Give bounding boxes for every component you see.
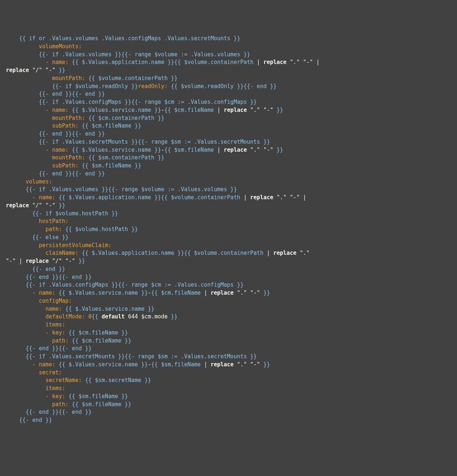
code-token: {{ xyxy=(92,313,102,320)
code-token: {{ $.Values.service.name }} xyxy=(55,361,148,368)
code-token: mountPath: xyxy=(52,75,85,82)
code-line: subPath: {{ $sm.fileName }} xyxy=(6,162,451,170)
code-token: {{ $.Values.application.name }}{{ $volum… xyxy=(69,59,257,65)
code-line: secret: xyxy=(6,369,451,377)
code-line: - name: {{ $.Values.service.name }}-{{ $… xyxy=(6,146,451,154)
code-token: replace xyxy=(6,202,32,209)
code-token: path: xyxy=(52,401,68,408)
code-line: {{- end }}{{- end }} xyxy=(6,90,451,98)
code-token: defaultMode: 0 xyxy=(45,313,91,320)
code-token: {{- if $volume.hostPath }} xyxy=(32,210,118,217)
code-token: "-" xyxy=(6,258,16,264)
code-token: replace xyxy=(250,194,276,201)
code-token: {{ if or .Values.volumes .Values.configM… xyxy=(19,35,240,42)
code-token xyxy=(6,59,45,65)
code-token xyxy=(6,369,39,376)
code-token xyxy=(6,226,45,233)
code-token: persistentVolumeClaim: xyxy=(39,242,112,249)
code-token: mountPath: xyxy=(52,154,85,161)
code-token xyxy=(6,274,26,280)
code-token: {{ $cm.fileName xyxy=(151,290,204,296)
code-token: | xyxy=(217,147,224,153)
code-token xyxy=(6,51,39,58)
code-token: {{- else }} xyxy=(32,234,68,241)
code-token: path: xyxy=(52,337,68,344)
code-line: {{- end }}{{- end }} xyxy=(6,170,451,178)
code-line: items: xyxy=(6,385,451,393)
code-token: }} xyxy=(260,361,270,368)
code-token: {{- end }}{{- end }} xyxy=(39,131,105,137)
code-line: hostPath: xyxy=(6,218,451,226)
code-token xyxy=(6,401,52,408)
code-token: "." "-" xyxy=(250,147,273,153)
code-token: {{- end }}{{- end }} xyxy=(39,170,105,177)
code-line: {{- if .Values.secretMounts }}{{- range … xyxy=(6,138,451,146)
code-token: {{- if .Values.configMaps }}{{- range $c… xyxy=(26,282,243,288)
code-token: {{ $cm.fileName xyxy=(165,107,218,113)
code-line: - name: {{ $.Values.application.name }}{… xyxy=(6,194,451,202)
code-token: {{- if .Values.configMaps }}{{- range $c… xyxy=(39,99,257,105)
code-token: default xyxy=(102,313,128,320)
code-token: replace xyxy=(263,59,290,65)
code-token: }} xyxy=(55,202,65,209)
code-token xyxy=(6,210,32,217)
code-line: {{- else }} xyxy=(6,234,451,242)
code-token: - name: xyxy=(32,194,55,201)
code-line: {{- end }} xyxy=(6,265,451,273)
code-token: {{- end }}{{- end }} xyxy=(26,274,92,280)
code-token: {{ $.Values.service.name }} xyxy=(69,107,161,113)
code-token: - key: xyxy=(45,329,65,336)
code-line: {{- if .Values.secretMounts }}{{- range … xyxy=(6,353,451,361)
code-token xyxy=(6,266,32,272)
code-token: "/" "-" xyxy=(52,258,75,264)
code-token: {{ $volume.hostPath }} xyxy=(62,226,138,233)
code-token xyxy=(6,290,32,296)
code-line: mountPath: {{ $cm.containerPath }} xyxy=(6,114,451,122)
code-token xyxy=(6,122,52,129)
code-token: }} xyxy=(260,290,270,296)
code-token: {{ $.Values.application.name }}{{ $volum… xyxy=(55,194,243,201)
code-token xyxy=(6,353,26,360)
code-token: configMap: xyxy=(39,298,72,304)
code-line: replace "/" "-" }} xyxy=(6,67,451,75)
code-block: {{ if or .Values.volumes .Values.configM… xyxy=(6,35,451,424)
code-line: {{- if .Values.volumes }}{{- range $volu… xyxy=(6,51,451,59)
code-token xyxy=(6,242,39,249)
code-token: - key: xyxy=(45,393,65,400)
code-token: {{ $sm.fileName }} xyxy=(69,401,132,408)
code-token xyxy=(6,385,45,392)
code-line: mountPath: {{ $sm.containerPath }} xyxy=(6,154,451,162)
code-token: subPath: xyxy=(52,162,78,169)
code-line: replace "/" "-" }} xyxy=(6,202,451,210)
code-token: subPath: xyxy=(52,122,78,129)
code-token xyxy=(6,298,39,304)
code-token: {{- if .Values.secretMounts }}{{- range … xyxy=(26,353,257,360)
code-token: {{- end }}{{- end }} xyxy=(26,345,92,352)
code-token: | xyxy=(204,361,211,368)
code-token xyxy=(6,115,52,121)
code-token: {{ $.Values.service.name }} xyxy=(69,147,161,153)
code-token xyxy=(6,313,45,320)
code-token: "." "-" xyxy=(237,361,260,368)
code-token: {{ $.Values.application.name }}{{ $volum… xyxy=(79,250,267,256)
code-token: | xyxy=(204,290,211,296)
code-token: replace xyxy=(273,250,300,256)
code-line: {{- end }}{{- end }} xyxy=(6,408,451,416)
code-token: {{- end }}{{- end }} xyxy=(39,91,105,97)
code-token: | xyxy=(217,107,224,113)
code-line: items: xyxy=(6,321,451,329)
code-line: persistentVolumeClaim: xyxy=(6,242,451,250)
code-token: }} xyxy=(273,107,283,113)
code-token xyxy=(6,147,45,153)
code-token: replace xyxy=(211,361,237,368)
code-token xyxy=(6,409,26,415)
code-token: | xyxy=(267,250,273,256)
code-line: configMap: xyxy=(6,297,451,305)
code-token: {{ $sm.fileName xyxy=(151,361,204,368)
code-token: {{ $volume.readOnly }}{{- end }} xyxy=(168,83,277,90)
code-token: {{ $sm.fileName }} xyxy=(79,162,141,169)
code-line: name: {{ $.Values.service.name }} xyxy=(6,305,451,313)
code-line: secretName: {{ $sm.secretName }} xyxy=(6,377,451,385)
code-line: {{- if $volume.readOnly }}readOnly: {{ $… xyxy=(6,83,451,91)
code-line: {{ if or .Values.volumes .Values.configM… xyxy=(6,35,451,43)
